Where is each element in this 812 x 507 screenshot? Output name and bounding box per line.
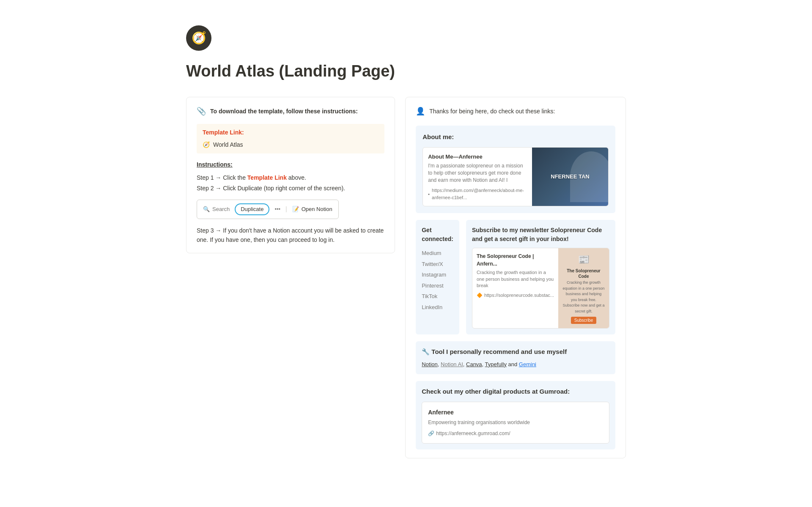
social-link-twitter[interactable]: Twitter/X <box>422 259 453 270</box>
newsletter-image: 📰 The Solopreneur Code Cracking the grow… <box>558 248 609 328</box>
right-card-header: 👤 Thanks for being here, do check out th… <box>416 106 615 117</box>
notion-more-button[interactable]: ••• <box>274 205 280 214</box>
about-me-card[interactable]: About Me—Anfernee I'm a passionate solop… <box>422 147 609 207</box>
newsletter-name: The Solopreneur Code | Anfern... <box>477 252 554 268</box>
page-title: World Atlas (Landing Page) <box>186 59 626 83</box>
template-link-section: Template Link: 🧭 World Atlas <box>197 124 384 153</box>
get-connected-block: Get connected: Medium Twitter/X Instagra… <box>416 220 459 334</box>
newsletter-img-desc: Cracking the growth equation in a one pe… <box>562 280 605 314</box>
two-col-layout: 📎 To download the template, follow these… <box>186 97 626 458</box>
divider: | <box>285 205 287 214</box>
gumroad-desc: Empowering training organisations worldw… <box>428 419 603 426</box>
step3: Step 3 → If you don't have a Notion acco… <box>197 226 384 245</box>
template-link-item: 🧭 World Atlas <box>203 140 379 149</box>
left-card-header: 📎 To download the template, follow these… <box>197 106 384 117</box>
gumroad-block: Check out my other digital products at G… <box>416 381 615 449</box>
newsletter-url: https://solopreneurcode.substac... <box>484 292 554 299</box>
tool-link-typefully[interactable]: Typefully <box>485 361 507 367</box>
search-icon: 🔍 <box>203 205 210 214</box>
template-link-name[interactable]: World Atlas <box>213 140 243 149</box>
user-icon: 👤 <box>416 106 425 117</box>
gumroad-link: 🔗 https://anferneeck.gumroad.com/ <box>428 430 603 437</box>
tool-link-gemini[interactable]: Gemini <box>519 361 536 367</box>
tool-link-notion-ai[interactable]: Notion AI <box>441 361 463 367</box>
gumroad-url: https://anferneeck.gumroad.com/ <box>436 430 510 437</box>
get-connected-title: Get connected: <box>422 226 453 244</box>
about-me-link: ▪ https://medium.com/@anferneeck/about-m… <box>428 187 527 201</box>
about-me-url: https://medium.com/@anferneeck/about-me-… <box>432 187 527 201</box>
open-notion-text: Open Notion <box>302 205 332 214</box>
notion-ui-mockup: 🔍 Search Duplicate ••• | 📝 Open Notion <box>197 200 339 219</box>
step3-text: If you don't have a Notion account you w… <box>197 227 384 243</box>
right-card: 👤 Thanks for being here, do check out th… <box>405 97 626 458</box>
substack-icon: 🔶 <box>477 292 483 299</box>
newsletter-logo-icon: 📰 <box>578 252 590 266</box>
notion-logo-icon: 📝 <box>292 205 299 214</box>
step1: Step 1 → Click the Template Link above. <box>197 173 384 182</box>
newsletter-block: Subscribe to my newsletter Solopreneur C… <box>466 220 615 334</box>
about-me-title: About me: <box>422 132 609 142</box>
template-link-anchor[interactable]: Template Link <box>247 174 287 181</box>
social-link-instagram[interactable]: Instagram <box>422 269 453 280</box>
notion-duplicate-button[interactable]: Duplicate <box>235 203 269 215</box>
page-container: 🧭 World Atlas (Landing Page) 📎 To downlo… <box>152 0 660 484</box>
newsletter-desc: Cracking the growth equation in a one pe… <box>477 269 554 289</box>
gumroad-title: Check out my other digital products at G… <box>422 387 609 397</box>
gumroad-name: Anfernee <box>428 408 603 417</box>
newsletter-card[interactable]: The Solopreneur Code | Anfern... Crackin… <box>472 248 609 329</box>
notion-search-text: Search <box>212 205 230 214</box>
medium-icon: ▪ <box>428 191 430 198</box>
step1-prefix: Step 1 → Click the <box>197 174 247 181</box>
about-me-content: About Me—Anfernee I'm a passionate solop… <box>423 148 532 206</box>
social-link-tiktok[interactable]: TikTok <box>422 291 453 302</box>
template-link-label: Template Link: <box>203 128 379 137</box>
subscribe-button[interactable]: Subscribe <box>571 317 596 324</box>
world-atlas-icon: 🧭 <box>203 140 210 149</box>
about-me-image-text: NFERNEE TAN <box>547 169 593 184</box>
about-me-image: NFERNEE TAN <box>532 148 608 206</box>
tool-link-canva[interactable]: Canva <box>466 361 482 367</box>
page-icon: 🧭 <box>186 25 211 51</box>
about-me-card-title: About Me—Anfernee <box>428 153 527 161</box>
paperclip-icon: 📎 <box>197 106 206 117</box>
tool-link-notion[interactable]: Notion <box>422 361 438 367</box>
right-card-header-text: Thanks for being here, do check out thes… <box>429 107 555 116</box>
tools-block: 🔧 Tool I personally recommend and use my… <box>416 341 615 374</box>
newsletter-link: 🔶 https://solopreneurcode.substac... <box>477 292 554 299</box>
newsletter-title: Subscribe to my newsletter Solopreneur C… <box>472 226 609 244</box>
instructions-title: Instructions: <box>197 160 384 169</box>
social-link-linkedin[interactable]: LinkedIn <box>422 302 453 313</box>
about-me-card-desc: I'm a passionate solopreneur on a missio… <box>428 162 527 184</box>
newsletter-content: The Solopreneur Code | Anfern... Crackin… <box>472 248 558 328</box>
social-link-medium[interactable]: Medium <box>422 248 453 259</box>
left-card: 📎 To download the template, follow these… <box>186 97 395 253</box>
connected-newsletter-row: Get connected: Medium Twitter/X Instagra… <box>416 220 615 334</box>
step1-suffix: above. <box>287 174 306 181</box>
social-link-pinterest[interactable]: Pinterest <box>422 280 453 291</box>
step2: Step 2 → Click Duplicate (top right corn… <box>197 184 384 193</box>
about-me-section: About me: About Me—Anfernee I'm a passio… <box>416 126 615 213</box>
newsletter-img-title: The Solopreneur Code <box>562 268 605 279</box>
compass-icon: 🧭 <box>192 29 206 47</box>
open-notion-button[interactable]: 📝 Open Notion <box>292 205 332 214</box>
gumroad-card[interactable]: Anfernee Empowering training organisatio… <box>422 402 609 444</box>
notion-duplicate-text: Duplicate <box>241 206 263 212</box>
step3-prefix: Step 3 → <box>197 227 223 234</box>
notion-search-button[interactable]: 🔍 Search <box>203 205 230 214</box>
left-card-header-text: To download the template, follow these i… <box>210 107 358 116</box>
tools-title: 🔧 Tool I personally recommend and use my… <box>422 347 609 357</box>
tools-links: Notion, Notion AI, Canva, Typefully and … <box>422 360 609 369</box>
gumroad-link-icon: 🔗 <box>428 430 434 437</box>
